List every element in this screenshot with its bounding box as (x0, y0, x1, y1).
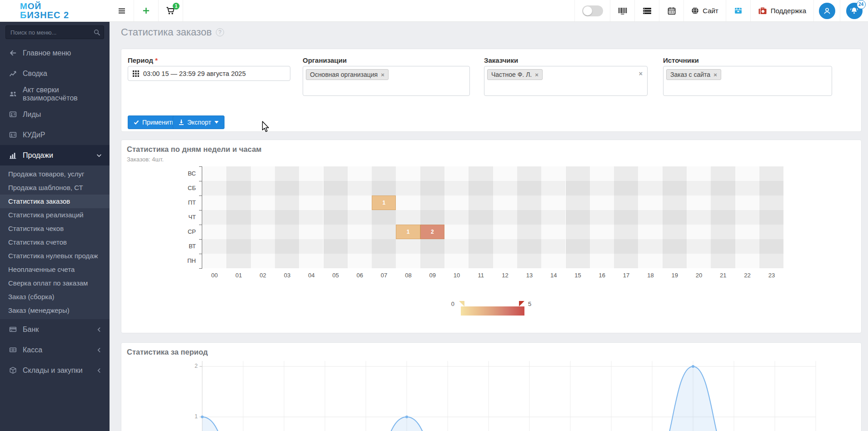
sidebar-subitem-продажа-шаблонов-ст[interactable]: Продажа шаблонов, СТ (0, 181, 110, 195)
customers-select[interactable]: Частное Ф. Л.× × (484, 66, 648, 96)
sidebar-item-акт-сверки-взаиморасчётов[interactable]: Акт сверки взаиморасчётов (0, 84, 110, 104)
period-input[interactable]: 03:00 15 — 23:59 29 августа 2025 (128, 66, 290, 81)
profile-button[interactable] (813, 0, 840, 21)
heatmap-cell (663, 254, 687, 268)
download-icon (179, 120, 184, 125)
tag-remove-icon[interactable]: × (713, 71, 717, 78)
sidebar-subitem-неоплаченные-счета[interactable]: Неоплаченные счета (0, 263, 110, 276)
heatmap-cell (541, 210, 565, 225)
heatmap-cell (226, 239, 250, 254)
sidebar-item-лиды[interactable]: Лиды (0, 104, 110, 125)
sidebar-item-продажи[interactable]: Продажи (0, 145, 110, 165)
sidebar-item-склады-и-закупки[interactable]: Склады и закупки (0, 360, 110, 381)
sidebar-item-банк[interactable]: Банк (0, 319, 110, 340)
logo-letter-m: М (20, 1, 28, 11)
filter-tag-label: Заказ с сайта (670, 71, 710, 78)
notifications-button[interactable]: 24 (840, 0, 868, 21)
heatmap-col-label: 03 (275, 272, 299, 279)
heatmap-cell (711, 239, 735, 254)
filter-tag[interactable]: Заказ с сайта× (666, 69, 721, 80)
heatmap-cell (663, 210, 687, 225)
sidebar-toggle-button[interactable] (110, 0, 134, 21)
filter-tag[interactable]: Частное Ф. Л.× (487, 69, 543, 80)
heatmap-cell (638, 195, 662, 210)
create-new-button[interactable] (134, 0, 159, 21)
sidebar-subitem-продажа-товаров-услуг[interactable]: Продажа товаров, услуг (0, 167, 110, 181)
sidebar-subitem-заказ-сборка-[interactable]: Заказ (сборка) (0, 290, 110, 304)
heatmap-cell (590, 195, 614, 210)
heatmap-cell (711, 254, 735, 268)
sidebar-subitem-статистика-заказов[interactable]: Статистика заказов (0, 195, 110, 208)
heatmap-cell (202, 210, 226, 225)
y-tick-2: 2 (184, 363, 198, 369)
sidebar-subitem-статистика-счетов[interactable]: Статистика счетов (0, 236, 110, 249)
heatmap-col-label: 11 (469, 272, 493, 279)
sidebar-subitem-статистика-нулевых-продаж[interactable]: Статистика нулевых продаж (0, 249, 110, 263)
heatmap-cell (324, 225, 348, 239)
storage-box-button[interactable] (726, 0, 750, 21)
legend-gradient-bar[interactable] (461, 306, 524, 316)
sidebar-item-касса[interactable]: Касса (0, 340, 110, 360)
export-button[interactable]: Экспорт (173, 115, 224, 129)
clear-selection-icon[interactable]: × (639, 70, 643, 77)
toggle-switch-off (582, 5, 603, 16)
heatmap-cell (348, 181, 372, 195)
heatmap-cell (420, 239, 444, 254)
heatmap-cell (251, 239, 275, 254)
caret-down-icon (215, 121, 219, 124)
sidebar-subitem-статистика-реализаций[interactable]: Статистика реализаций (0, 208, 110, 222)
filters-panel: Период * 03:00 15 — 23:59 29 августа 202… (121, 49, 862, 132)
heatmap-cell (251, 254, 275, 268)
sidebar-item-главное-меню[interactable]: Главное меню (0, 43, 110, 63)
barcode-button[interactable] (610, 0, 634, 21)
heatmap-cell (299, 210, 323, 225)
sidebar-subitem-заказ-менеджеры-[interactable]: Заказ (менеджеры) (0, 304, 110, 317)
heatmap-cell-value[interactable]: 2 (420, 225, 444, 239)
filter-tag[interactable]: Основная организация× (306, 69, 389, 80)
heatmap-cell (469, 195, 493, 210)
grid-calendar-icon (133, 70, 139, 77)
heatmap-cell (420, 195, 444, 210)
calendar-button[interactable] (659, 0, 683, 21)
heatmap-cell (299, 254, 323, 268)
sidebar-subitem-статистика-чеков[interactable]: Статистика чеков (0, 222, 110, 236)
sidebar-item-сводка[interactable]: Сводка (0, 63, 110, 84)
sidebar-item-label: Продажи (23, 151, 53, 160)
heatmap-cell-value[interactable]: 1 (396, 225, 420, 239)
heatmap-row-label: СР (168, 225, 196, 239)
menu-search-input[interactable] (5, 25, 104, 39)
site-button[interactable]: Сайт (683, 0, 726, 21)
support-button[interactable]: Поддержка (750, 0, 813, 21)
sources-label: Источники (663, 56, 699, 64)
heatmap-cell (348, 166, 372, 181)
heatmap-cell (299, 225, 323, 239)
filter-tag-label: Частное Ф. Л. (491, 71, 532, 78)
server-list-icon (643, 7, 652, 15)
cart-button[interactable]: 1 (159, 0, 183, 21)
chevron-left-icon (96, 347, 102, 353)
heatmap-cell (469, 225, 493, 239)
help-icon[interactable]: ? (216, 28, 224, 36)
terminals-button[interactable] (634, 0, 659, 21)
organizations-select[interactable]: Основная организация× (303, 66, 470, 96)
heatmap-col-label: 21 (711, 272, 735, 279)
heatmap-cell (735, 181, 759, 195)
sidebar-subitem-сверка-оплат-по-заказам[interactable]: Сверка оплат по заказам (0, 276, 110, 290)
sources-select[interactable]: Заказ с сайта× (663, 66, 832, 96)
tag-remove-icon[interactable]: × (381, 71, 384, 78)
heatmap-cell (687, 195, 711, 210)
theme-toggle[interactable] (574, 0, 610, 21)
series-line (202, 366, 816, 431)
chevron-down-icon (96, 152, 102, 159)
sidebar-item-label: Касса (23, 346, 42, 354)
tag-remove-icon[interactable]: × (535, 71, 539, 78)
heatmap-cell-value[interactable]: 1 (372, 195, 396, 210)
sidebar-item-кудир[interactable]: КУДиР (0, 125, 110, 145)
heatmap-cell (396, 166, 420, 181)
app-logo[interactable]: МОЙ БИЗНЕС 2 (0, 0, 110, 21)
heatmap-cell (493, 181, 517, 195)
heatmap-col-label: 09 (420, 272, 445, 279)
period-line-chart (200, 361, 836, 431)
sidebar-submenu: Продажа товаров, услугПродажа шаблонов, … (0, 165, 110, 319)
heatmap-cell (348, 239, 372, 254)
